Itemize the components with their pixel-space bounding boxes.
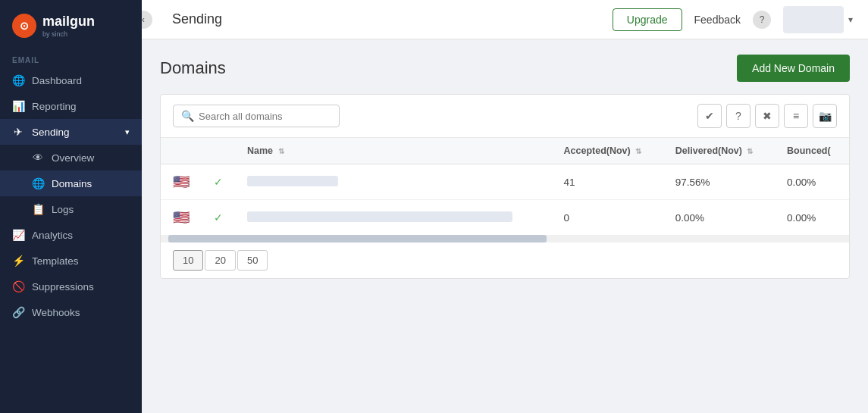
add-new-domain-button[interactable]: Add New Domain (737, 55, 850, 82)
main-area: ‹ Sending Upgrade Feedback ? ▾ Domains A… (142, 0, 868, 413)
content-header: Domains Add New Domain (160, 55, 850, 82)
sidebar-logo: ⊙ mailgun by sinch (0, 0, 142, 48)
suppressions-icon: 🚫 (12, 280, 24, 293)
help-icon[interactable]: ? (753, 11, 771, 29)
chevron-down-icon[interactable]: ▾ (848, 14, 853, 25)
bounced-cell: 0.00% (775, 200, 849, 236)
page-20-button[interactable]: 20 (205, 250, 235, 271)
topbar: ‹ Sending Upgrade Feedback ? ▾ (142, 0, 868, 39)
sort-icon: ⇅ (635, 147, 641, 155)
dashboard-icon: 🌐 (12, 74, 24, 86)
col-accepted-header[interactable]: Accepted(Nov) ⇅ (552, 138, 663, 164)
sidebar-item-analytics[interactable]: 📈 Analytics (0, 222, 142, 248)
reporting-icon: 📊 (12, 100, 24, 112)
flag-cell: 🇺🇸 (161, 164, 202, 200)
logo-sub: by sinch (42, 30, 95, 38)
sidebar-item-label: Suppressions (32, 281, 94, 293)
sidebar-item-label: Overview (52, 152, 94, 164)
accepted-cell: 41 (552, 164, 663, 200)
page-10-button[interactable]: 10 (173, 250, 203, 271)
email-section-label: EMAIL (0, 48, 142, 67)
avatar-area: ▾ (783, 6, 853, 33)
sending-icon: ✈ (12, 126, 24, 138)
domain-name-cell (235, 164, 552, 200)
domain-name-blur (247, 176, 338, 186)
webhooks-icon: 🔗 (12, 306, 24, 318)
col-bounced-header: Bounced( (775, 138, 849, 164)
bounced-cell: 0.00% (775, 164, 849, 200)
domain-name-cell (235, 200, 552, 236)
table-scroll-wrap: Name ⇅ Accepted(Nov) ⇅ Delivered(Nov) ⇅ (161, 138, 849, 235)
sidebar-item-sending[interactable]: ✈ Sending ▾ (0, 119, 142, 145)
templates-icon: ⚡ (12, 255, 24, 267)
sidebar-item-reporting[interactable]: 📊 Reporting (0, 93, 142, 119)
table-row: 🇺🇸 ✓ 0 0.00% 0.00% (161, 200, 849, 236)
col-domain-header[interactable]: Name ⇅ (235, 138, 552, 164)
domains-icon: 🌐 (32, 177, 44, 189)
sort-icon: ⇅ (747, 147, 753, 155)
table-row: 🇺🇸 ✓ 41 97.56% 0.00% (161, 164, 849, 200)
domains-title: Domains (160, 58, 226, 78)
logo-text-wrap: mailgun by sinch (42, 14, 95, 38)
flag-icon: 🇺🇸 (173, 210, 190, 225)
logs-icon: 📋 (32, 203, 44, 215)
logo-text: mailgun (42, 14, 95, 29)
verified-icon: ✓ (214, 211, 223, 224)
feedback-button[interactable]: Feedback (694, 14, 741, 26)
overview-icon: 👁 (32, 152, 44, 164)
sidebar-item-templates[interactable]: ⚡ Templates (0, 248, 142, 274)
page-50-button[interactable]: 50 (237, 250, 268, 271)
logo-icon: ⊙ (12, 14, 36, 38)
delivered-cell: 0.00% (663, 200, 775, 236)
sidebar-item-label: Analytics (32, 230, 73, 241)
sort-icon: ⇅ (278, 147, 284, 155)
sidebar-item-dashboard[interactable]: 🌐 Dashboard (0, 67, 142, 93)
sidebar-item-logs[interactable]: 📋 Logs (0, 196, 142, 222)
domains-table: Name ⇅ Accepted(Nov) ⇅ Delivered(Nov) ⇅ (161, 138, 849, 235)
search-input[interactable] (199, 111, 331, 122)
sidebar-item-domains[interactable]: 🌐 Domains (0, 171, 142, 196)
filter-icons: ✔ ? ✖ ≡ 📷 (697, 104, 837, 128)
collapse-sidebar-button[interactable]: ‹ (142, 11, 152, 29)
filter-help-button[interactable]: ? (726, 104, 750, 128)
check-cell: ✓ (202, 164, 235, 200)
sidebar-item-label: Templates (32, 255, 79, 267)
content-area: Domains Add New Domain 🔍 ✔ ? ✖ ≡ 📷 (142, 39, 868, 413)
filter-verified-button[interactable]: ✔ (697, 104, 722, 128)
accepted-cell: 0 (552, 200, 663, 236)
search-input-wrap[interactable]: 🔍 (173, 105, 340, 127)
domains-table-card: 🔍 ✔ ? ✖ ≡ 📷 (160, 94, 850, 279)
filter-export-button[interactable]: 📷 (813, 104, 837, 128)
search-icon: 🔍 (181, 110, 194, 122)
pagination: 10 20 50 (161, 242, 849, 278)
verified-icon: ✓ (214, 176, 223, 188)
flag-cell: 🇺🇸 (161, 200, 202, 236)
col-name-header (161, 138, 202, 164)
sidebar-item-label: Logs (52, 204, 74, 215)
sidebar-item-label: Reporting (32, 101, 77, 112)
sidebar-item-label: Dashboard (32, 75, 82, 86)
sidebar: ⊙ mailgun by sinch EMAIL 🌐 Dashboard 📊 R… (0, 0, 142, 413)
flag-icon: 🇺🇸 (173, 174, 190, 189)
page-title: Sending (172, 11, 600, 27)
check-cell: ✓ (202, 200, 235, 236)
col-delivered-header[interactable]: Delivered(Nov) ⇅ (663, 138, 775, 164)
chevron-down-icon: ▾ (125, 127, 130, 137)
sidebar-item-suppressions[interactable]: 🚫 Suppressions (0, 274, 142, 299)
search-bar: 🔍 ✔ ? ✖ ≡ 📷 (161, 95, 849, 138)
col-check-header (202, 138, 235, 164)
delivered-cell: 97.56% (663, 164, 775, 200)
sidebar-item-overview[interactable]: 👁 Overview (0, 145, 142, 171)
filter-list-button[interactable]: ≡ (784, 104, 808, 128)
horizontal-scrollbar[interactable] (161, 235, 849, 242)
sidebar-item-label: Sending (32, 127, 70, 138)
filter-unverified-button[interactable]: ✖ (755, 104, 779, 128)
avatar (783, 6, 844, 33)
analytics-icon: 📈 (12, 229, 24, 241)
upgrade-button[interactable]: Upgrade (613, 8, 682, 31)
sidebar-item-webhooks[interactable]: 🔗 Webhooks (0, 299, 142, 325)
sidebar-item-label: Domains (52, 178, 92, 189)
domain-name-blur (247, 211, 512, 222)
sidebar-item-label: Webhooks (32, 307, 80, 318)
scroll-thumb[interactable] (168, 235, 547, 242)
